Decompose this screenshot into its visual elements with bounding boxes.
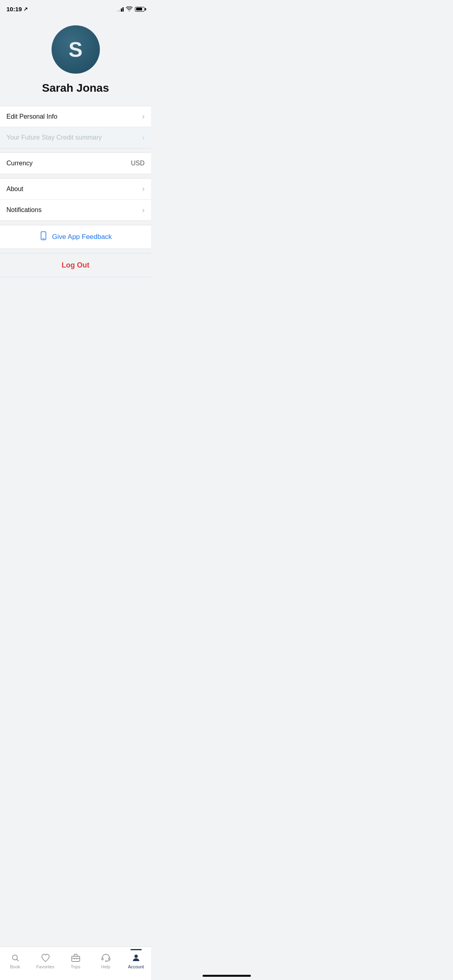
currency-label: Currency — [6, 160, 33, 167]
user-name: Sarah Jonas — [42, 82, 109, 95]
feedback-label: Give App Feedback — [52, 233, 112, 241]
time-display: 10:19 — [6, 6, 22, 12]
chevron-icon: › — [142, 134, 145, 142]
status-bar: 10:19 ↗ — [0, 0, 151, 16]
future-stay-credit-label: Your Future Stay Credit summary — [6, 134, 102, 141]
battery-icon — [135, 7, 145, 12]
menu-group-3: About › Notifications › — [0, 178, 151, 221]
future-stay-credit-item[interactable]: Your Future Stay Credit summary › — [0, 127, 151, 148]
logout-label: Log Out — [62, 261, 89, 270]
notifications-label: Notifications — [6, 206, 41, 214]
status-time: 10:19 ↗ — [6, 6, 28, 12]
currency-item[interactable]: Currency USD — [0, 153, 151, 174]
about-label: About — [6, 185, 23, 193]
avatar-letter: S — [68, 37, 83, 62]
chevron-icon: › — [142, 185, 145, 193]
bottom-filler — [0, 281, 151, 362]
profile-section: S Sarah Jonas — [0, 16, 151, 106]
menu-group-1: Edit Personal Info › Your Future Stay Cr… — [0, 106, 151, 148]
location-arrow-icon: ↗ — [23, 6, 28, 12]
edit-personal-info-item[interactable]: Edit Personal Info › — [0, 106, 151, 127]
feedback-section[interactable]: Give App Feedback — [0, 225, 151, 249]
status-icons — [117, 6, 145, 12]
wifi-icon — [126, 6, 132, 12]
avatar: S — [52, 25, 100, 74]
signal-icon — [117, 7, 124, 12]
edit-personal-info-label: Edit Personal Info — [6, 113, 57, 120]
phone-icon — [39, 231, 48, 243]
notifications-item[interactable]: Notifications › — [0, 200, 151, 220]
about-item[interactable]: About › — [0, 179, 151, 200]
currency-value: USD — [131, 160, 145, 167]
menu-group-2: Currency USD — [0, 152, 151, 174]
chevron-icon: › — [142, 112, 145, 121]
chevron-icon: › — [142, 206, 145, 214]
logout-section[interactable]: Log Out — [0, 253, 151, 277]
